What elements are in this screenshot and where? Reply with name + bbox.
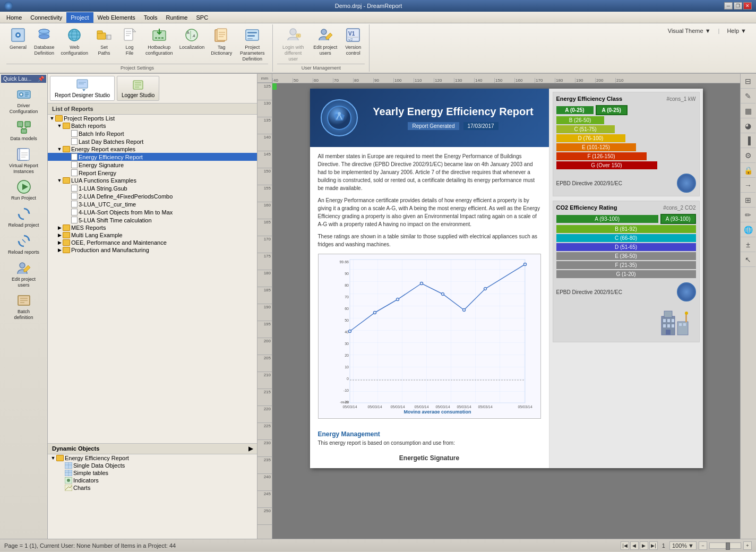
menu-project[interactable]: Project bbox=[66, 12, 93, 23]
rs-pie-btn[interactable]: ◕ bbox=[741, 118, 755, 133]
ribbon-btn-project-params[interactable]: Project ParametersDefinition bbox=[236, 25, 268, 63]
tree-item-multilang[interactable]: ▶ Multi Lang Example bbox=[48, 231, 257, 239]
co2-panel: CO2 Efficiency Rating #cons_2 CO2 A (93-… bbox=[553, 201, 700, 342]
ql-run-project[interactable]: Run Project bbox=[1, 176, 46, 203]
tree-item-lua3[interactable]: 3-LUA_UTC_cur_time bbox=[48, 200, 257, 208]
ribbon-btn-database[interactable]: DatabaseDefinition bbox=[32, 25, 57, 57]
report-body: All member states in Europe are required… bbox=[310, 147, 549, 468]
tree-item-lua5[interactable]: 5-LUA Shift Time calculation bbox=[48, 216, 257, 224]
tree-item-batch[interactable]: ▼ Batch reports bbox=[48, 122, 257, 130]
close-btn[interactable]: ✕ bbox=[743, 2, 752, 10]
ql-data-models[interactable]: Data models bbox=[1, 117, 46, 144]
menu-runtime[interactable]: Runtime bbox=[162, 12, 192, 23]
svg-text:99.66: 99.66 bbox=[339, 260, 349, 264]
minimize-btn[interactable]: ─ bbox=[724, 2, 733, 10]
menu-web-elements[interactable]: Web Elements bbox=[93, 12, 140, 23]
zoom-out-btn[interactable]: − bbox=[699, 541, 707, 550]
zoom-slider[interactable] bbox=[709, 542, 741, 549]
file-icon bbox=[71, 153, 78, 160]
rs-cursor-btn[interactable]: ↖ bbox=[741, 252, 755, 267]
status-right: |◀ ◀ ▶ ▶| 1 100% ▼ − + bbox=[621, 541, 752, 550]
rs-lock-btn[interactable]: 🔒 bbox=[741, 163, 755, 178]
page-next-btn[interactable]: ▶ bbox=[640, 541, 648, 550]
ql-virtual-report[interactable]: Virtual ReportInstances bbox=[1, 144, 46, 177]
tree-item-batch-info[interactable]: Batch Info Report bbox=[48, 130, 257, 137]
ribbon-btn-edit-users[interactable]: Edit projectusers bbox=[311, 25, 339, 57]
rs-plusminus-btn[interactable]: ± bbox=[741, 237, 755, 252]
report-logo bbox=[321, 99, 358, 136]
indicator-bar bbox=[272, 83, 277, 90]
tab-designer[interactable]: Report Designer Studio bbox=[50, 76, 115, 101]
data-models-icon bbox=[15, 119, 32, 136]
ribbon-btn-web[interactable]: Webconfiguration bbox=[59, 25, 91, 57]
tree-item-lua4[interactable]: 4-LUA-Sort Objects from Min to Max bbox=[48, 208, 257, 216]
ribbon-btn-localization[interactable]: AA Localization bbox=[177, 25, 207, 51]
rs-settings-btn[interactable]: ⚙ bbox=[741, 148, 755, 163]
do-item-report[interactable]: ▼ Energy Efficiency Report bbox=[48, 454, 257, 462]
tree-item-lua2[interactable]: 2-LUA Define_4FixedPeriodsCombo bbox=[48, 192, 257, 200]
tree-item-report-energy[interactable]: Report Energy bbox=[48, 169, 257, 177]
do-item-single[interactable]: Single Data Objects bbox=[48, 462, 257, 469]
ribbon-label-log-file: LogFile bbox=[126, 45, 134, 56]
ribbon-btn-general[interactable]: General bbox=[6, 25, 30, 51]
tab-logger[interactable]: Logger Studio bbox=[117, 76, 159, 101]
tree-item-oee[interactable]: ▶ OEE, Performance and Maintenance bbox=[48, 239, 257, 246]
svg-rect-130 bbox=[663, 319, 666, 322]
tree-item-lua-ex[interactable]: ▼ LUA Functions Examples bbox=[48, 177, 257, 184]
menu-tools[interactable]: Tools bbox=[140, 12, 162, 23]
zoom-thumb bbox=[726, 542, 730, 550]
eff-bar-f: F (126-150) bbox=[556, 152, 647, 160]
rs-table2-btn[interactable]: ⊞ bbox=[741, 193, 755, 208]
report-canvas[interactable]: Yearly Energy Efficiency Report Report G… bbox=[272, 83, 740, 539]
ql-driver-config[interactable]: DriverConfiguration bbox=[1, 84, 46, 117]
ql-batch-def[interactable]: Batchdefinition bbox=[1, 290, 46, 323]
tree-item-prod[interactable]: ▶ Production and Manufacturing bbox=[48, 246, 257, 254]
rs-globe-btn[interactable]: 🌐 bbox=[741, 222, 755, 237]
ql-edit-users[interactable]: Edit projectusers bbox=[1, 257, 46, 290]
page-first-btn[interactable]: |◀ bbox=[621, 541, 629, 550]
dynamic-expand-btn[interactable]: ▶ bbox=[248, 445, 253, 452]
do-item-tables[interactable]: Simple tables bbox=[48, 469, 257, 477]
ribbon-btn-tag-dictionary[interactable]: TagDictionary bbox=[209, 25, 234, 57]
rs-filter-btn[interactable]: ⊟ bbox=[741, 74, 755, 89]
rs-pencil-btn[interactable]: ✎ bbox=[741, 89, 755, 104]
driver-config-icon bbox=[15, 86, 32, 103]
ribbon-btn-version[interactable]: V1v2 Versioncontrol bbox=[341, 25, 365, 57]
do-item-charts[interactable]: Charts bbox=[48, 484, 257, 491]
ribbon-group-label-project-settings: Project Settings bbox=[6, 64, 268, 71]
tree-item-energy-ex[interactable]: ▼ Energy Report examples bbox=[48, 145, 257, 153]
help-btn[interactable]: Help ▼ bbox=[724, 27, 750, 35]
tree-item-energy-eff[interactable]: Energy Efficiency Report bbox=[48, 153, 257, 161]
tree-item-mes[interactable]: ▶ MES Reports bbox=[48, 224, 257, 231]
tree-item-last-day[interactable]: Last Day Batches Report bbox=[48, 137, 257, 145]
rs-table-btn[interactable]: ▦ bbox=[741, 104, 755, 118]
zoom-control[interactable]: 100% ▼ bbox=[669, 541, 697, 550]
svg-text:V1: V1 bbox=[348, 31, 355, 37]
page-prev-btn[interactable]: ◀ bbox=[630, 541, 639, 550]
svg-text:0: 0 bbox=[347, 377, 349, 381]
menu-spc[interactable]: SPC bbox=[192, 12, 213, 23]
tree-scroll[interactable]: ▼ Project Reports List ▼ Batch reports B… bbox=[48, 115, 257, 443]
menu-connectivity[interactable]: Connectivity bbox=[26, 12, 66, 23]
ribbon-btn-log-file[interactable]: LogFile bbox=[118, 25, 141, 57]
tree-item-proj-list[interactable]: ▼ Project Reports List bbox=[48, 115, 257, 122]
co2-bar-a: A (93-100) bbox=[556, 215, 658, 223]
ribbon-btn-hotbackup[interactable]: Hotbackupconfiguration bbox=[143, 25, 175, 57]
page-last-btn[interactable]: ▶| bbox=[649, 541, 658, 550]
list-of-reports-label: List of Reports bbox=[48, 104, 257, 115]
do-item-indicators[interactable]: Indicators bbox=[48, 477, 257, 484]
zoom-in-btn[interactable]: + bbox=[743, 541, 752, 550]
menu-home[interactable]: Home bbox=[2, 12, 26, 23]
rs-edit2-btn[interactable]: ✏ bbox=[741, 208, 755, 222]
eff-bar-g: G (Over 150) bbox=[556, 161, 657, 169]
rs-arrow-btn[interactable]: → bbox=[741, 178, 755, 193]
visual-theme-btn[interactable]: Visual Theme ▼ bbox=[665, 27, 714, 35]
tree-item-lua1[interactable]: 1-LUA String.Gsub bbox=[48, 184, 257, 192]
ql-reload-reports[interactable]: Reload reports bbox=[1, 230, 46, 257]
restore-btn[interactable]: ❐ bbox=[734, 2, 742, 10]
ribbon-btn-set-paths[interactable]: SetPaths bbox=[92, 25, 116, 57]
zoom-dropdown-icon[interactable]: ▼ bbox=[688, 542, 694, 549]
tree-item-energy-sig[interactable]: Energy Signature bbox=[48, 161, 257, 169]
rs-bar-btn[interactable]: ▐ bbox=[741, 133, 755, 148]
ql-reload-project[interactable]: Reload project bbox=[1, 203, 46, 230]
